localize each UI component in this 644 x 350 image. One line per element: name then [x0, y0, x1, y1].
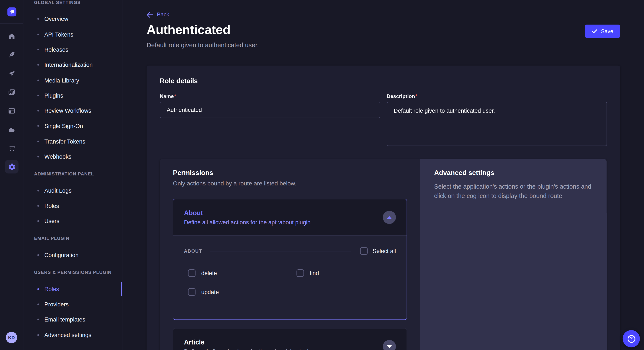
- sidebar-item-admin-roles[interactable]: Roles: [37, 202, 59, 210]
- required-asterisk: *: [174, 94, 176, 99]
- accordion-article-subtitle: Define all allowed actions for the api::…: [184, 348, 313, 350]
- page-title: Authenticated: [146, 22, 230, 37]
- bullet-icon: [37, 80, 39, 81]
- permissions-heading: Permissions: [173, 169, 407, 177]
- sidebar-item-media-library[interactable]: Media Library: [37, 76, 79, 85]
- marketplace-cart-icon[interactable]: [8, 144, 16, 153]
- bullet-icon: [37, 95, 39, 96]
- permission-item-find: find: [296, 269, 396, 277]
- sidebar-item-webhooks[interactable]: Webhooks: [37, 153, 71, 161]
- back-link[interactable]: Back: [146, 11, 169, 18]
- bullet-icon: [37, 303, 39, 305]
- strapi-admin-app: KD GLOBAL SETTINGS Overview API Tokens R…: [0, 0, 644, 350]
- page-subtitle: Default role given to authenticated user…: [146, 41, 259, 49]
- bullet-icon: [37, 141, 39, 142]
- settings-gear-icon[interactable]: [5, 160, 18, 174]
- bullet-icon: [37, 288, 39, 290]
- sidebar-item-email-configuration[interactable]: Configuration: [37, 251, 78, 259]
- accordion-article: Article Define all allowed actions for t…: [173, 328, 407, 350]
- sidebar-item-providers[interactable]: Providers: [37, 300, 68, 309]
- accordion-about: About Define all allowed actions for the…: [173, 199, 407, 320]
- bullet-icon: [37, 110, 39, 112]
- accordion-article-header[interactable]: Article Define all allowed actions for t…: [173, 329, 406, 350]
- rail-divider-top: [0, 23, 24, 24]
- accordion-about-header[interactable]: About Define all allowed actions for the…: [173, 199, 406, 235]
- role-details-section: Role details Name* Description* Default …: [146, 66, 620, 148]
- role-card: Role details Name* Description* Default …: [146, 66, 620, 350]
- sidebar-section-email-plugin: EMAIL PLUGIN: [34, 236, 70, 242]
- paper-plane-icon[interactable]: [8, 69, 16, 78]
- bullet-icon: [37, 125, 39, 127]
- settings-sidebar: GLOBAL SETTINGS Overview API Tokens Rele…: [24, 0, 122, 350]
- expand-button[interactable]: [383, 340, 396, 350]
- delete-checkbox[interactable]: [188, 269, 196, 277]
- sidebar-section-global-settings: GLOBAL SETTINGS: [34, 0, 81, 6]
- sidebar-item-up-roles[interactable]: Roles: [37, 285, 59, 293]
- sidebar-item-email-templates[interactable]: Email templates: [37, 315, 85, 324]
- accordion-about-title: About: [184, 209, 312, 217]
- sidebar-item-admin-users[interactable]: Users: [37, 217, 59, 225]
- feather-icon[interactable]: [8, 50, 16, 59]
- sidebar-item-transfer-tokens[interactable]: Transfer Tokens: [37, 137, 85, 146]
- sidebar-item-single-sign-on[interactable]: Single Sign-On: [37, 122, 83, 130]
- bullet-icon: [37, 334, 39, 336]
- sidebar-item-releases[interactable]: Releases: [37, 45, 68, 54]
- collapse-button[interactable]: [383, 211, 396, 224]
- accordion-about-body: ABOUT Select all delete: [173, 236, 406, 319]
- required-asterisk: *: [415, 94, 417, 99]
- advanced-settings-heading: Advanced settings: [434, 169, 592, 177]
- chevron-down-icon: [387, 345, 392, 348]
- sidebar-item-review-workflows[interactable]: Review Workflows: [37, 107, 91, 115]
- cloud-icon[interactable]: [8, 126, 16, 134]
- user-avatar[interactable]: KD: [6, 332, 17, 343]
- update-checkbox[interactable]: [188, 288, 196, 296]
- sidebar-item-api-tokens[interactable]: API Tokens: [37, 30, 73, 39]
- bullet-icon: [37, 254, 39, 256]
- bullet-icon: [37, 205, 39, 207]
- rail-divider-bottom: [0, 327, 24, 327]
- accordion-about-subtitle: Define all allowed actions for the api::…: [184, 219, 312, 225]
- description-field-group: Description* Default role given to authe…: [387, 94, 607, 148]
- bullet-icon: [37, 190, 39, 191]
- sidebar-item-plugins[interactable]: Plugins: [37, 91, 63, 100]
- home-icon[interactable]: [8, 32, 16, 40]
- layout-icon[interactable]: [8, 107, 16, 115]
- save-button[interactable]: Save: [585, 25, 620, 38]
- check-icon: [592, 29, 597, 33]
- icon-rail: KD: [0, 0, 24, 350]
- bullet-icon: [37, 220, 39, 222]
- bullet-icon: [37, 49, 39, 50]
- description-textarea[interactable]: Default role given to authenticated user…: [387, 102, 607, 146]
- group-divider-line: [210, 251, 352, 251]
- name-input[interactable]: [160, 102, 380, 118]
- bullet-icon: [37, 18, 39, 20]
- sidebar-item-up-advanced-settings[interactable]: Advanced settings: [37, 331, 91, 339]
- arrow-left-icon: [146, 12, 153, 17]
- name-field-group: Name*: [160, 94, 380, 148]
- sidebar-item-internationalization[interactable]: Internationalization: [37, 61, 92, 69]
- accordion-article-title: Article: [184, 339, 313, 346]
- name-label: Name*: [160, 94, 380, 99]
- permission-actions-grid: delete find update: [188, 269, 396, 296]
- help-button[interactable]: ?: [623, 330, 640, 347]
- permission-item-delete: delete: [188, 269, 296, 277]
- sidebar-section-administration-panel: ADMINISTRATION PANEL: [34, 172, 94, 177]
- permissions-panel: Permissions Only actions bound by a rout…: [160, 159, 420, 350]
- help-question-icon: ?: [628, 335, 635, 343]
- permissions-advanced-block: Permissions Only actions bound by a rout…: [160, 159, 606, 350]
- strapi-logo[interactable]: [8, 7, 16, 16]
- find-checkbox[interactable]: [296, 269, 304, 277]
- active-item-indicator: [121, 282, 122, 296]
- permission-item-update: update: [188, 288, 296, 296]
- sidebar-section-users-permissions-plugin: USERS & PERMISSIONS PLUGIN: [34, 270, 112, 276]
- main-content: Back Authenticated Default role given to…: [122, 0, 644, 350]
- sidebar-item-audit-logs[interactable]: Audit Logs: [37, 186, 71, 195]
- select-all-checkbox[interactable]: [360, 247, 368, 255]
- bullet-icon: [37, 34, 39, 35]
- permissions-subheading: Only actions bound by a route are listed…: [173, 180, 407, 187]
- media-library-icon[interactable]: [8, 88, 16, 97]
- bullet-icon: [37, 64, 39, 66]
- advanced-settings-description: Select the application's actions or the …: [434, 181, 592, 201]
- sidebar-item-overview[interactable]: Overview: [37, 15, 68, 23]
- advanced-settings-panel: Advanced settings Select the application…: [420, 159, 607, 350]
